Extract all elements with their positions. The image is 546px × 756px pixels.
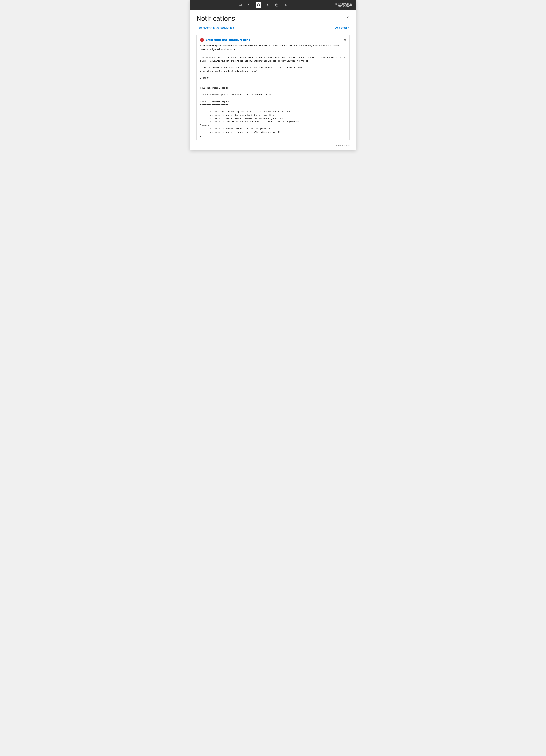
toolbar: microsoft.com MICROSOFT [190, 0, 356, 10]
toolbar-icons [194, 2, 332, 8]
user-icon[interactable] [283, 2, 289, 8]
panel-header: Notifications × [190, 10, 356, 25]
svg-rect-0 [239, 4, 242, 6]
error-icon-symbol: ! [202, 39, 203, 41]
panel-close-button[interactable]: × [346, 15, 350, 20]
activity-log-link[interactable]: More events in the activity log → [196, 26, 237, 29]
settings-icon[interactable] [265, 2, 271, 8]
notification-item: ! Error updating configurations × Error … [196, 35, 350, 140]
svg-point-6 [285, 4, 287, 5]
svg-marker-2 [248, 4, 251, 6]
dismiss-all-label: Dismiss all [335, 26, 347, 29]
notification-body: Error updating configurations for cluste… [200, 44, 346, 137]
notifications-panel: Notifications × More events in the activ… [190, 10, 356, 150]
panel-actions: More events in the activity log → Dismis… [190, 25, 356, 32]
toolbar-user: microsoft.com MICROSOFT [335, 2, 352, 7]
body-part1: Error updating configurations for cluste… [200, 44, 340, 47]
highlighted-error-code: 'User.Configuration.Trino.Error' [200, 48, 236, 51]
filter-icon[interactable] [247, 2, 252, 8]
svg-point-3 [267, 4, 268, 5]
notification-timestamp: a minute ago [190, 143, 356, 150]
bell-icon[interactable] [256, 2, 261, 8]
error-status-icon: ! [200, 38, 204, 42]
user-domain: microsoft.com [335, 2, 352, 5]
notification-header: ! Error updating configurations × [200, 38, 346, 42]
dismiss-all-chevron: ∨ [348, 26, 350, 29]
app-container: microsoft.com MICROSOFT Notifications × … [190, 0, 356, 150]
terminal-icon[interactable] [237, 2, 243, 8]
notification-code-block: and message 'Trino instance '7a9b5bd3b4e… [200, 53, 346, 138]
help-icon[interactable] [274, 2, 280, 8]
user-org: MICROSOFT [338, 5, 352, 7]
panel-title: Notifications [196, 15, 235, 22]
notification-body-text: Error updating configurations for cluste… [200, 44, 346, 51]
notification-title: Error updating configurations [206, 38, 342, 41]
svg-point-5 [277, 5, 277, 6]
notification-close-button[interactable]: × [344, 38, 346, 41]
dismiss-all-button[interactable]: Dismiss all ∨ [335, 26, 350, 29]
